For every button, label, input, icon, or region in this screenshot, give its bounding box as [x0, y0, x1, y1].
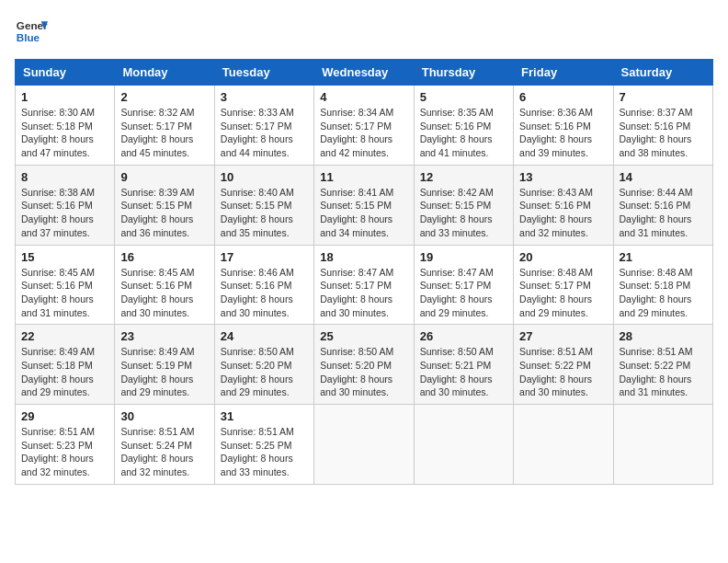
calendar-day-cell: 26Sunrise: 8:50 AMSunset: 5:21 PMDayligh…	[414, 325, 513, 405]
day-detail: Sunrise: 8:41 AMSunset: 5:15 PMDaylight:…	[320, 186, 407, 240]
calendar-day-cell: 15Sunrise: 8:45 AMSunset: 5:16 PMDayligh…	[16, 245, 115, 325]
day-detail: Sunrise: 8:51 AMSunset: 5:24 PMDaylight:…	[120, 425, 208, 479]
calendar-day-cell: 3Sunrise: 8:33 AMSunset: 5:17 PMDaylight…	[214, 86, 313, 166]
calendar-day-cell	[613, 405, 712, 485]
calendar-day-cell: 1Sunrise: 8:30 AMSunset: 5:18 PMDaylight…	[16, 86, 115, 166]
calendar-day-cell: 4Sunrise: 8:34 AMSunset: 5:17 PMDaylight…	[314, 86, 414, 166]
calendar-day-cell: 28Sunrise: 8:51 AMSunset: 5:22 PMDayligh…	[613, 325, 712, 405]
day-number: 8	[21, 170, 108, 184]
calendar-day-cell: 11Sunrise: 8:41 AMSunset: 5:15 PMDayligh…	[314, 165, 414, 245]
day-detail: Sunrise: 8:39 AMSunset: 5:15 PMDaylight:…	[120, 186, 208, 240]
calendar-day-cell: 23Sunrise: 8:49 AMSunset: 5:19 PMDayligh…	[115, 325, 214, 405]
calendar-day-cell: 2Sunrise: 8:32 AMSunset: 5:17 PMDaylight…	[115, 86, 214, 166]
day-detail: Sunrise: 8:35 AMSunset: 5:16 PMDaylight:…	[420, 106, 507, 160]
calendar-day-cell: 19Sunrise: 8:47 AMSunset: 5:17 PMDayligh…	[414, 245, 513, 325]
day-detail: Sunrise: 8:30 AMSunset: 5:18 PMDaylight:…	[21, 106, 108, 160]
calendar-day-cell: 10Sunrise: 8:40 AMSunset: 5:15 PMDayligh…	[214, 165, 313, 245]
calendar-day-cell: 8Sunrise: 8:38 AMSunset: 5:16 PMDaylight…	[16, 165, 115, 245]
day-number: 12	[420, 170, 507, 184]
svg-text:Blue: Blue	[17, 31, 40, 43]
calendar-body: 1Sunrise: 8:30 AMSunset: 5:18 PMDaylight…	[16, 86, 713, 485]
calendar-day-cell: 20Sunrise: 8:48 AMSunset: 5:17 PMDayligh…	[514, 245, 613, 325]
day-detail: Sunrise: 8:48 AMSunset: 5:17 PMDaylight:…	[519, 266, 607, 320]
calendar-day-cell: 31Sunrise: 8:51 AMSunset: 5:25 PMDayligh…	[214, 405, 313, 485]
day-number: 1	[21, 90, 108, 104]
logo: General Blue	[15, 15, 48, 48]
calendar-week-row: 15Sunrise: 8:45 AMSunset: 5:16 PMDayligh…	[16, 245, 713, 325]
day-detail: Sunrise: 8:51 AMSunset: 5:25 PMDaylight:…	[221, 425, 308, 479]
weekday-header-cell: Tuesday	[214, 60, 313, 86]
calendar-day-cell	[514, 405, 613, 485]
calendar-day-cell: 22Sunrise: 8:49 AMSunset: 5:18 PMDayligh…	[16, 325, 115, 405]
day-number: 20	[519, 250, 607, 264]
day-number: 18	[320, 250, 407, 264]
calendar-day-cell: 17Sunrise: 8:46 AMSunset: 5:16 PMDayligh…	[214, 245, 313, 325]
day-detail: Sunrise: 8:50 AMSunset: 5:20 PMDaylight:…	[320, 345, 407, 399]
day-number: 23	[120, 329, 208, 343]
day-detail: Sunrise: 8:36 AMSunset: 5:16 PMDaylight:…	[519, 106, 607, 160]
day-detail: Sunrise: 8:50 AMSunset: 5:20 PMDaylight:…	[221, 345, 308, 399]
calendar-day-cell: 5Sunrise: 8:35 AMSunset: 5:16 PMDaylight…	[414, 86, 513, 166]
day-detail: Sunrise: 8:45 AMSunset: 5:16 PMDaylight:…	[21, 266, 108, 320]
day-detail: Sunrise: 8:43 AMSunset: 5:16 PMDaylight:…	[519, 186, 607, 240]
day-detail: Sunrise: 8:51 AMSunset: 5:23 PMDaylight:…	[21, 425, 108, 479]
calendar-week-row: 1Sunrise: 8:30 AMSunset: 5:18 PMDaylight…	[16, 86, 713, 166]
day-number: 9	[120, 170, 208, 184]
day-detail: Sunrise: 8:46 AMSunset: 5:16 PMDaylight:…	[221, 266, 308, 320]
day-detail: Sunrise: 8:48 AMSunset: 5:18 PMDaylight:…	[620, 266, 707, 320]
calendar-day-cell: 9Sunrise: 8:39 AMSunset: 5:15 PMDaylight…	[115, 165, 214, 245]
day-number: 30	[120, 409, 208, 423]
calendar-day-cell: 21Sunrise: 8:48 AMSunset: 5:18 PMDayligh…	[613, 245, 712, 325]
day-number: 22	[21, 329, 108, 343]
calendar-day-cell	[414, 405, 513, 485]
day-detail: Sunrise: 8:51 AMSunset: 5:22 PMDaylight:…	[620, 345, 707, 399]
calendar-day-cell: 29Sunrise: 8:51 AMSunset: 5:23 PMDayligh…	[16, 405, 115, 485]
day-number: 17	[221, 250, 308, 264]
day-detail: Sunrise: 8:33 AMSunset: 5:17 PMDaylight:…	[221, 106, 308, 160]
day-detail: Sunrise: 8:37 AMSunset: 5:16 PMDaylight:…	[620, 106, 707, 160]
weekday-header-cell: Monday	[115, 60, 214, 86]
day-detail: Sunrise: 8:49 AMSunset: 5:19 PMDaylight:…	[120, 345, 208, 399]
calendar-day-cell: 6Sunrise: 8:36 AMSunset: 5:16 PMDaylight…	[514, 86, 613, 166]
day-number: 5	[420, 90, 507, 104]
day-detail: Sunrise: 8:38 AMSunset: 5:16 PMDaylight:…	[21, 186, 108, 240]
day-number: 15	[21, 250, 108, 264]
page-header: General Blue	[15, 15, 713, 48]
calendar-week-row: 8Sunrise: 8:38 AMSunset: 5:16 PMDaylight…	[16, 165, 713, 245]
day-detail: Sunrise: 8:49 AMSunset: 5:18 PMDaylight:…	[21, 345, 108, 399]
weekday-header-cell: Saturday	[613, 60, 712, 86]
day-detail: Sunrise: 8:47 AMSunset: 5:17 PMDaylight:…	[320, 266, 407, 320]
day-number: 24	[221, 329, 308, 343]
day-number: 3	[221, 90, 308, 104]
day-number: 13	[519, 170, 607, 184]
day-number: 27	[519, 329, 607, 343]
day-number: 14	[620, 170, 707, 184]
day-detail: Sunrise: 8:32 AMSunset: 5:17 PMDaylight:…	[120, 106, 208, 160]
weekday-header-row: SundayMondayTuesdayWednesdayThursdayFrid…	[16, 60, 713, 86]
calendar-day-cell: 7Sunrise: 8:37 AMSunset: 5:16 PMDaylight…	[613, 86, 712, 166]
day-number: 2	[120, 90, 208, 104]
calendar-week-row: 29Sunrise: 8:51 AMSunset: 5:23 PMDayligh…	[16, 405, 713, 485]
calendar-table: SundayMondayTuesdayWednesdayThursdayFrid…	[15, 59, 713, 485]
day-detail: Sunrise: 8:50 AMSunset: 5:21 PMDaylight:…	[420, 345, 507, 399]
calendar-day-cell: 18Sunrise: 8:47 AMSunset: 5:17 PMDayligh…	[314, 245, 414, 325]
calendar-day-cell	[314, 405, 414, 485]
day-number: 29	[21, 409, 108, 423]
weekday-header-cell: Friday	[514, 60, 613, 86]
day-number: 31	[221, 409, 308, 423]
day-number: 26	[420, 329, 507, 343]
calendar-day-cell: 12Sunrise: 8:42 AMSunset: 5:15 PMDayligh…	[414, 165, 513, 245]
calendar-day-cell: 14Sunrise: 8:44 AMSunset: 5:16 PMDayligh…	[613, 165, 712, 245]
day-detail: Sunrise: 8:51 AMSunset: 5:22 PMDaylight:…	[519, 345, 607, 399]
day-detail: Sunrise: 8:42 AMSunset: 5:15 PMDaylight:…	[420, 186, 507, 240]
day-detail: Sunrise: 8:45 AMSunset: 5:16 PMDaylight:…	[120, 266, 208, 320]
weekday-header-cell: Thursday	[414, 60, 513, 86]
day-number: 25	[320, 329, 407, 343]
calendar-day-cell: 25Sunrise: 8:50 AMSunset: 5:20 PMDayligh…	[314, 325, 414, 405]
day-detail: Sunrise: 8:44 AMSunset: 5:16 PMDaylight:…	[620, 186, 707, 240]
day-number: 10	[221, 170, 308, 184]
calendar-week-row: 22Sunrise: 8:49 AMSunset: 5:18 PMDayligh…	[16, 325, 713, 405]
day-number: 28	[620, 329, 707, 343]
day-number: 16	[120, 250, 208, 264]
day-detail: Sunrise: 8:47 AMSunset: 5:17 PMDaylight:…	[420, 266, 507, 320]
